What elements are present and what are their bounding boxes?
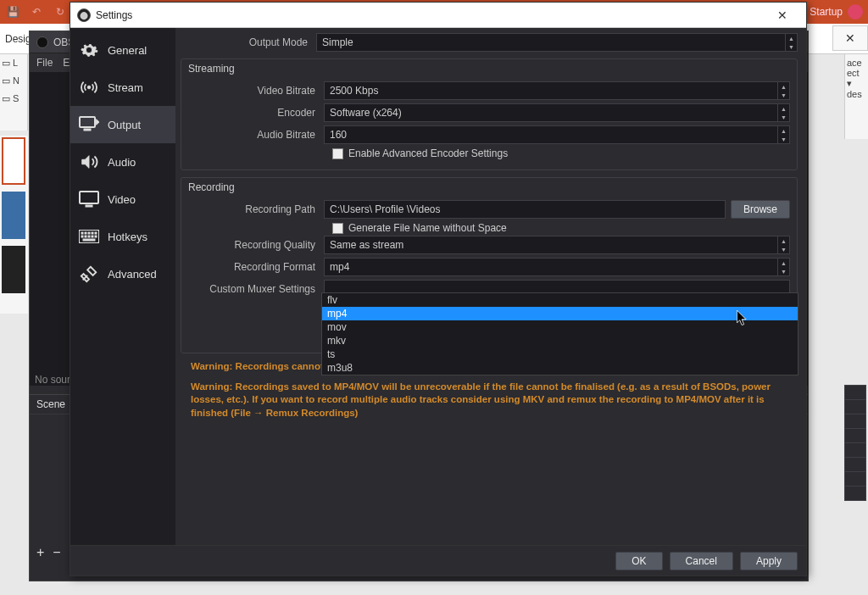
save-icon: 💾 <box>5 6 20 18</box>
svg-rect-12 <box>85 236 86 237</box>
svg-rect-14 <box>92 236 93 237</box>
svg-rect-4 <box>86 205 92 207</box>
audio-bitrate-value: 160 <box>330 129 347 141</box>
slide-thumbnails <box>0 136 28 314</box>
settings-titlebar[interactable]: ⬤ Settings ✕ <box>70 3 806 28</box>
svg-rect-3 <box>80 192 98 203</box>
filename-nospace-label: Generate File Name without Space <box>348 222 507 234</box>
advanced-encoder-checkbox[interactable] <box>332 148 343 159</box>
chevron-down-icon[interactable]: ▼ <box>778 245 789 253</box>
stream-icon <box>79 79 99 96</box>
svg-rect-2 <box>84 129 91 131</box>
svg-rect-6 <box>81 232 83 234</box>
sidebar-item-video[interactable]: Video <box>70 181 175 218</box>
settings-title: Settings <box>96 9 132 21</box>
sidebar-item-general[interactable]: General <box>70 31 175 69</box>
svg-rect-11 <box>81 236 83 237</box>
menu-file[interactable]: File <box>36 57 53 69</box>
chevron-down-icon[interactable]: ▼ <box>778 91 789 99</box>
chevron-down-icon[interactable]: ▼ <box>778 267 789 275</box>
cancel-button[interactable]: Cancel <box>670 552 733 570</box>
sidebar-item-hotkeys[interactable]: Hotkeys <box>70 218 175 255</box>
window-close-button[interactable]: ✕ <box>832 25 868 51</box>
sidebar-item-label: Audio <box>108 156 136 169</box>
encoder-value: Software (x264) <box>330 107 402 119</box>
output-mode-select[interactable]: Simple ▲▼ <box>316 33 798 52</box>
chevron-up-icon[interactable]: ▲ <box>778 236 789 245</box>
recording-path-label: Recording Path <box>188 203 324 215</box>
redo-icon: ↻ <box>53 6 68 18</box>
chevron-down-icon[interactable]: ▼ <box>778 135 789 143</box>
ppt-right-strip: ace ect ▾ des <box>844 54 868 139</box>
sidebar-item-label: Hotkeys <box>108 231 147 243</box>
sidebar-item-audio[interactable]: Audio <box>70 143 175 181</box>
ribbon-fragment: des <box>847 89 866 99</box>
chevron-down-icon[interactable]: ▼ <box>786 42 797 51</box>
settings-footer: OK Cancel Apply <box>70 545 806 576</box>
recording-format-value: mp4 <box>330 261 349 273</box>
audio-bitrate-select[interactable]: 160 ▲▼ <box>324 125 790 144</box>
sidebar-item-label: Video <box>108 193 136 206</box>
ok-button[interactable]: OK <box>615 552 662 570</box>
chevron-up-icon[interactable]: ▲ <box>778 259 789 267</box>
chevron-up-icon[interactable]: ▲ <box>778 126 789 135</box>
obs-app-icon <box>36 36 48 48</box>
apply-button[interactable]: Apply <box>740 552 798 570</box>
svg-rect-13 <box>88 236 90 237</box>
ribbon-fragment: ▭ N <box>2 75 25 86</box>
video-bitrate-input[interactable]: 2500 Kbps ▲▼ <box>324 81 790 100</box>
sidebar-item-stream[interactable]: Stream <box>70 69 175 106</box>
recording-quality-select[interactable]: Same as stream ▲▼ <box>324 236 790 254</box>
format-option-m3u8[interactable]: m3u8 <box>322 361 798 375</box>
format-option-mkv[interactable]: mkv <box>322 334 798 348</box>
chevron-up-icon[interactable]: ▲ <box>786 34 797 42</box>
warning-mp4-mov: Warning: Recordings saved to MP4/MOV wil… <box>191 381 796 420</box>
avatar-icon <box>848 4 863 19</box>
settings-content: Output Mode Simple ▲▼ Streaming Video Bi… <box>175 28 806 545</box>
format-option-mov[interactable]: mov <box>322 320 798 334</box>
side-cell-grid <box>844 386 866 501</box>
recording-path-input[interactable]: C:\Users\ Profile \Videos <box>324 200 726 219</box>
format-option-ts[interactable]: ts <box>322 348 798 361</box>
sidebar-item-label: Advanced <box>108 268 157 281</box>
filename-nospace-checkbox[interactable] <box>332 223 343 234</box>
sidebar-item-label: General <box>108 44 147 57</box>
format-option-flv[interactable]: flv <box>322 293 798 307</box>
svg-rect-10 <box>95 232 97 234</box>
svg-rect-9 <box>92 232 93 234</box>
svg-rect-8 <box>88 232 90 234</box>
close-button[interactable]: ✕ <box>765 3 799 27</box>
hotkeys-icon <box>79 228 99 245</box>
streaming-group: Streaming Video Bitrate 2500 Kbps ▲▼ Enc… <box>181 58 798 170</box>
sidebar-item-label: Output <box>108 119 141 131</box>
chevron-up-icon[interactable]: ▲ <box>778 82 789 91</box>
settings-sidebar: General Stream Output Audio <box>70 28 175 545</box>
video-bitrate-value: 2500 Kbps <box>330 85 378 97</box>
ribbon-fragment: ect ▾ <box>847 68 866 89</box>
streaming-group-title: Streaming <box>188 63 235 75</box>
audio-icon <box>79 153 99 170</box>
encoder-select[interactable]: Software (x264) ▲▼ <box>324 103 790 122</box>
svg-rect-1 <box>80 117 95 127</box>
custom-muxer-label: Custom Muxer Settings <box>188 283 324 295</box>
advanced-icon <box>79 265 99 282</box>
recording-format-dropdown[interactable]: flvmp4movmkvtsm3u8 <box>321 292 798 375</box>
slide-thumb[interactable] <box>2 192 25 239</box>
obs-app-icon: ⬤ <box>77 8 91 22</box>
add-scene-button[interactable]: + <box>36 545 44 560</box>
chevron-up-icon[interactable]: ▲ <box>778 104 789 113</box>
sidebar-item-advanced[interactable]: Advanced <box>70 255 175 292</box>
browse-button[interactable]: Browse <box>731 200 790 219</box>
undo-icon: ↶ <box>29 6 44 18</box>
ribbon-fragment: ace <box>847 58 866 68</box>
slide-thumb[interactable] <box>2 137 25 185</box>
chevron-down-icon[interactable]: ▼ <box>778 113 789 121</box>
recording-format-label: Recording Format <box>188 261 324 273</box>
remove-scene-button[interactable]: − <box>53 545 60 560</box>
format-option-mp4[interactable]: mp4 <box>322 307 798 320</box>
slide-thumb[interactable] <box>2 246 25 293</box>
sidebar-item-output[interactable]: Output <box>70 106 175 143</box>
recording-format-select[interactable]: mp4 ▲▼ <box>324 258 790 276</box>
ribbon-fragment: ▭ L <box>2 58 25 69</box>
ppt-left-strip: ▭ L ▭ N ▭ S <box>0 54 28 131</box>
